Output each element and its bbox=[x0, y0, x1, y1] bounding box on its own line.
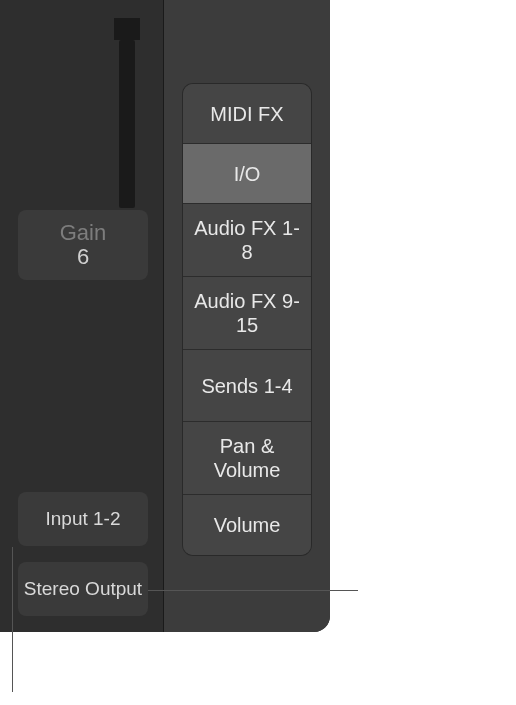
menu-item-label: MIDI FX bbox=[210, 102, 283, 126]
fader-cap bbox=[114, 18, 140, 40]
channel-strip: Gain 6 Input 1-2 Stereo Output bbox=[0, 0, 164, 632]
section-menu: MIDI FXI/OAudio FX 1-8Audio FX 9-15Sends… bbox=[183, 84, 311, 555]
menu-item-pan-volume[interactable]: Pan & Volume bbox=[183, 422, 311, 495]
menu-item-audio-fx-9-15[interactable]: Audio FX 9-15 bbox=[183, 277, 311, 350]
input-slot[interactable]: Input 1-2 bbox=[18, 492, 148, 546]
gain-display[interactable]: Gain 6 bbox=[18, 210, 148, 280]
gain-fader[interactable] bbox=[108, 0, 146, 208]
menu-item-label: I/O bbox=[234, 162, 261, 186]
output-slot-label: Stereo Output bbox=[24, 578, 142, 600]
menu-item-label: Pan & Volume bbox=[189, 434, 305, 482]
fader-track bbox=[119, 40, 135, 208]
section-menu-panel: MIDI FXI/OAudio FX 1-8Audio FX 9-15Sends… bbox=[164, 0, 330, 632]
input-slot-label: Input 1-2 bbox=[46, 508, 121, 530]
callout-line bbox=[148, 590, 358, 591]
gain-value: 6 bbox=[77, 245, 89, 269]
output-slot[interactable]: Stereo Output bbox=[18, 562, 148, 616]
menu-item-label: Audio FX 1-8 bbox=[189, 216, 305, 264]
menu-item-sends-1-4[interactable]: Sends 1-4 bbox=[183, 350, 311, 422]
menu-item-label: Sends 1-4 bbox=[201, 374, 292, 398]
menu-item-midi-fx[interactable]: MIDI FX bbox=[183, 84, 311, 144]
menu-item-label: Audio FX 9-15 bbox=[189, 289, 305, 337]
gain-label: Gain bbox=[60, 221, 106, 245]
menu-item-audio-fx-1-8[interactable]: Audio FX 1-8 bbox=[183, 204, 311, 277]
menu-item-volume[interactable]: Volume bbox=[183, 495, 311, 555]
menu-item-i-o[interactable]: I/O bbox=[183, 144, 311, 204]
callout-line bbox=[12, 547, 13, 692]
inspector-panel: Gain 6 Input 1-2 Stereo Output MIDI FXI/… bbox=[0, 0, 330, 632]
menu-item-label: Volume bbox=[214, 513, 281, 537]
